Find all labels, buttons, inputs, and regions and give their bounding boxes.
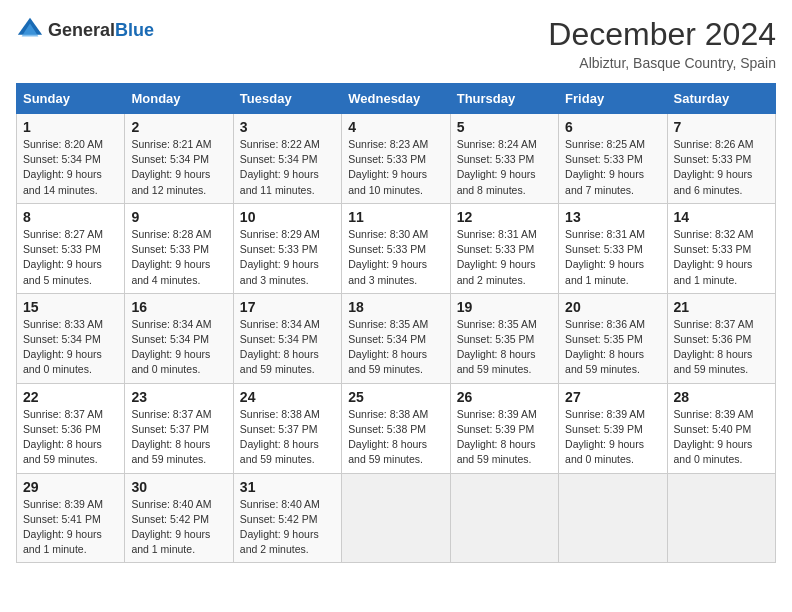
day-number: 23 [131,389,226,405]
calendar-cell: 2Sunrise: 8:21 AMSunset: 5:34 PMDaylight… [125,114,233,204]
day-info: Sunrise: 8:37 AMSunset: 5:36 PMDaylight:… [674,317,769,378]
calendar-table: SundayMondayTuesdayWednesdayThursdayFrid… [16,83,776,563]
day-number: 4 [348,119,443,135]
day-number: 26 [457,389,552,405]
day-number: 13 [565,209,660,225]
page-header: General Blue December 2024 Albiztur, Bas… [16,16,776,71]
day-number: 28 [674,389,769,405]
calendar-cell [342,473,450,563]
day-number: 21 [674,299,769,315]
day-info: Sunrise: 8:34 AMSunset: 5:34 PMDaylight:… [131,317,226,378]
day-info: Sunrise: 8:31 AMSunset: 5:33 PMDaylight:… [565,227,660,288]
calendar-cell: 23Sunrise: 8:37 AMSunset: 5:37 PMDayligh… [125,383,233,473]
day-number: 22 [23,389,118,405]
day-number: 7 [674,119,769,135]
month-title: December 2024 [548,16,776,53]
calendar-cell: 17Sunrise: 8:34 AMSunset: 5:34 PMDayligh… [233,293,341,383]
day-info: Sunrise: 8:32 AMSunset: 5:33 PMDaylight:… [674,227,769,288]
calendar-week-1: 8Sunrise: 8:27 AMSunset: 5:33 PMDaylight… [17,203,776,293]
day-info: Sunrise: 8:27 AMSunset: 5:33 PMDaylight:… [23,227,118,288]
calendar-week-2: 15Sunrise: 8:33 AMSunset: 5:34 PMDayligh… [17,293,776,383]
calendar-cell: 27Sunrise: 8:39 AMSunset: 5:39 PMDayligh… [559,383,667,473]
location: Albiztur, Basque Country, Spain [548,55,776,71]
day-info: Sunrise: 8:39 AMSunset: 5:40 PMDaylight:… [674,407,769,468]
calendar-cell: 14Sunrise: 8:32 AMSunset: 5:33 PMDayligh… [667,203,775,293]
day-number: 20 [565,299,660,315]
header-monday: Monday [125,84,233,114]
logo-general: General [48,20,115,41]
calendar-cell: 31Sunrise: 8:40 AMSunset: 5:42 PMDayligh… [233,473,341,563]
day-number: 31 [240,479,335,495]
calendar-cell: 11Sunrise: 8:30 AMSunset: 5:33 PMDayligh… [342,203,450,293]
calendar-cell: 26Sunrise: 8:39 AMSunset: 5:39 PMDayligh… [450,383,558,473]
day-number: 10 [240,209,335,225]
day-number: 8 [23,209,118,225]
calendar-cell: 24Sunrise: 8:38 AMSunset: 5:37 PMDayligh… [233,383,341,473]
day-number: 16 [131,299,226,315]
calendar-cell: 8Sunrise: 8:27 AMSunset: 5:33 PMDaylight… [17,203,125,293]
day-number: 30 [131,479,226,495]
day-number: 12 [457,209,552,225]
calendar-header-row: SundayMondayTuesdayWednesdayThursdayFrid… [17,84,776,114]
day-info: Sunrise: 8:38 AMSunset: 5:37 PMDaylight:… [240,407,335,468]
calendar-cell: 13Sunrise: 8:31 AMSunset: 5:33 PMDayligh… [559,203,667,293]
day-number: 25 [348,389,443,405]
calendar-cell [667,473,775,563]
day-info: Sunrise: 8:26 AMSunset: 5:33 PMDaylight:… [674,137,769,198]
day-info: Sunrise: 8:37 AMSunset: 5:36 PMDaylight:… [23,407,118,468]
calendar-cell: 18Sunrise: 8:35 AMSunset: 5:34 PMDayligh… [342,293,450,383]
day-info: Sunrise: 8:29 AMSunset: 5:33 PMDaylight:… [240,227,335,288]
logo-text: General Blue [48,20,154,41]
calendar-cell: 25Sunrise: 8:38 AMSunset: 5:38 PMDayligh… [342,383,450,473]
day-number: 9 [131,209,226,225]
calendar-cell: 9Sunrise: 8:28 AMSunset: 5:33 PMDaylight… [125,203,233,293]
day-info: Sunrise: 8:37 AMSunset: 5:37 PMDaylight:… [131,407,226,468]
calendar-cell: 30Sunrise: 8:40 AMSunset: 5:42 PMDayligh… [125,473,233,563]
day-number: 1 [23,119,118,135]
day-number: 15 [23,299,118,315]
day-info: Sunrise: 8:40 AMSunset: 5:42 PMDaylight:… [131,497,226,558]
logo: General Blue [16,16,154,44]
day-info: Sunrise: 8:39 AMSunset: 5:39 PMDaylight:… [565,407,660,468]
day-number: 14 [674,209,769,225]
calendar-week-3: 22Sunrise: 8:37 AMSunset: 5:36 PMDayligh… [17,383,776,473]
day-info: Sunrise: 8:33 AMSunset: 5:34 PMDaylight:… [23,317,118,378]
calendar-cell: 5Sunrise: 8:24 AMSunset: 5:33 PMDaylight… [450,114,558,204]
calendar-cell: 29Sunrise: 8:39 AMSunset: 5:41 PMDayligh… [17,473,125,563]
day-number: 18 [348,299,443,315]
calendar-cell: 6Sunrise: 8:25 AMSunset: 5:33 PMDaylight… [559,114,667,204]
calendar-cell: 7Sunrise: 8:26 AMSunset: 5:33 PMDaylight… [667,114,775,204]
header-saturday: Saturday [667,84,775,114]
day-number: 3 [240,119,335,135]
day-info: Sunrise: 8:34 AMSunset: 5:34 PMDaylight:… [240,317,335,378]
calendar-cell: 4Sunrise: 8:23 AMSunset: 5:33 PMDaylight… [342,114,450,204]
day-number: 24 [240,389,335,405]
calendar-cell [450,473,558,563]
day-number: 17 [240,299,335,315]
logo-icon [16,16,44,44]
calendar-week-4: 29Sunrise: 8:39 AMSunset: 5:41 PMDayligh… [17,473,776,563]
day-info: Sunrise: 8:39 AMSunset: 5:39 PMDaylight:… [457,407,552,468]
day-number: 27 [565,389,660,405]
calendar-cell: 16Sunrise: 8:34 AMSunset: 5:34 PMDayligh… [125,293,233,383]
day-info: Sunrise: 8:30 AMSunset: 5:33 PMDaylight:… [348,227,443,288]
calendar-cell: 1Sunrise: 8:20 AMSunset: 5:34 PMDaylight… [17,114,125,204]
day-info: Sunrise: 8:39 AMSunset: 5:41 PMDaylight:… [23,497,118,558]
header-tuesday: Tuesday [233,84,341,114]
day-info: Sunrise: 8:35 AMSunset: 5:34 PMDaylight:… [348,317,443,378]
day-info: Sunrise: 8:31 AMSunset: 5:33 PMDaylight:… [457,227,552,288]
calendar-cell: 19Sunrise: 8:35 AMSunset: 5:35 PMDayligh… [450,293,558,383]
calendar-cell: 22Sunrise: 8:37 AMSunset: 5:36 PMDayligh… [17,383,125,473]
header-sunday: Sunday [17,84,125,114]
day-info: Sunrise: 8:38 AMSunset: 5:38 PMDaylight:… [348,407,443,468]
day-info: Sunrise: 8:28 AMSunset: 5:33 PMDaylight:… [131,227,226,288]
header-friday: Friday [559,84,667,114]
day-info: Sunrise: 8:25 AMSunset: 5:33 PMDaylight:… [565,137,660,198]
day-info: Sunrise: 8:22 AMSunset: 5:34 PMDaylight:… [240,137,335,198]
header-thursday: Thursday [450,84,558,114]
calendar-cell: 21Sunrise: 8:37 AMSunset: 5:36 PMDayligh… [667,293,775,383]
calendar-cell: 20Sunrise: 8:36 AMSunset: 5:35 PMDayligh… [559,293,667,383]
day-info: Sunrise: 8:20 AMSunset: 5:34 PMDaylight:… [23,137,118,198]
day-number: 11 [348,209,443,225]
day-info: Sunrise: 8:21 AMSunset: 5:34 PMDaylight:… [131,137,226,198]
